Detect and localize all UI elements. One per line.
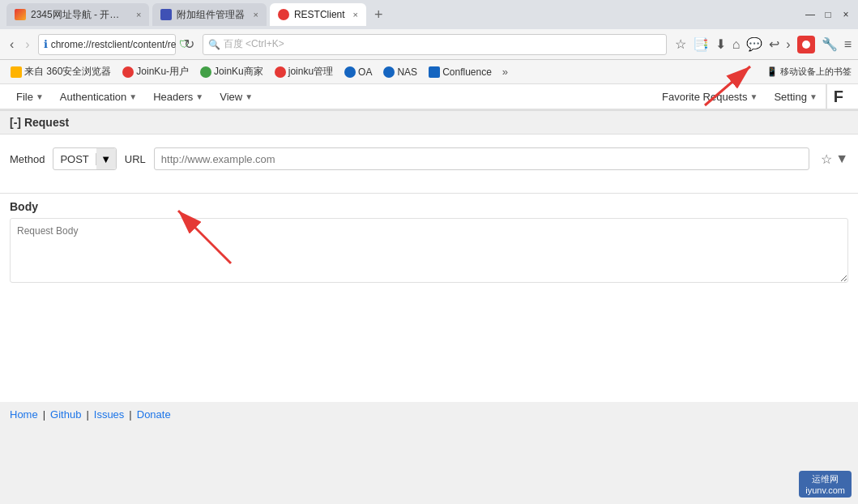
maximize-button[interactable]: □ (822, 9, 834, 20)
home-nav-icon[interactable]: ⌂ (732, 37, 741, 52)
menu-view-arrow: ▼ (245, 92, 253, 101)
speech-icon[interactable]: 💬 (746, 36, 762, 52)
tab-restclient-close[interactable]: × (353, 10, 358, 19)
mobile-bookmarks-label: 移动设备上的书签 (780, 66, 852, 78)
title-bar: 2345网址导航 - 开创中... × 附加组件管理器 × RESTClient… (0, 0, 858, 29)
url-input[interactable] (154, 147, 809, 170)
download-icon[interactable]: ⬇ (715, 36, 726, 52)
bookmark-confluence[interactable]: Confluence (425, 65, 496, 79)
new-tab-button[interactable]: + (369, 6, 388, 23)
body-label: Body (10, 194, 848, 218)
menu-favorite-requests-label: Favorite Requests (662, 91, 748, 103)
back-arrow-icon[interactable]: ↩ (769, 36, 779, 52)
bookmark-360[interactable]: 来自 360安全浏览器 (6, 63, 115, 80)
info-icon: ℹ (44, 38, 48, 50)
bookmark-joinku-merchant[interactable]: JoinKu商家 (196, 63, 267, 80)
footer-home-link[interactable]: Home (10, 408, 38, 421)
bookmark-joinku-admin[interactable]: joinku管理 (271, 63, 337, 80)
url-box[interactable]: ℹ chrome://restclient/content/re 🛡 (38, 34, 176, 55)
mobile-bookmark-icon: 📱 (766, 66, 778, 77)
app-menu: File ▼ Authentication ▼ Headers ▼ View ▼… (0, 84, 858, 110)
watermark: 运维网 iyunv.com (799, 471, 852, 498)
footer-issues-link[interactable]: Issues (94, 408, 125, 421)
address-bar: ‹ › ℹ chrome://restclient/content/re 🛡 ↻… (0, 29, 858, 60)
menu-file-arrow: ▼ (36, 92, 44, 101)
menu-authentication-arrow: ▼ (129, 92, 137, 101)
request-section-header: [-] Request (0, 110, 858, 135)
fa-label: F (826, 83, 850, 109)
more-icon[interactable]: › (786, 37, 790, 52)
search-placeholder: 百度 <Ctrl+K> (224, 37, 284, 51)
menu-setting-label: Setting (774, 91, 806, 103)
tab-2345-title: 2345网址导航 - 开创中... (31, 8, 128, 22)
bookmark-icon[interactable]: 📑 (693, 36, 709, 52)
tab-addon-title: 附加组件管理器 (177, 8, 245, 22)
minimize-button[interactable]: — (805, 9, 816, 20)
bookmark-confluence-label: Confluence (442, 66, 492, 78)
menu-favorite-requests[interactable]: Favorite Requests ▼ (654, 91, 766, 103)
tab-restclient[interactable]: RESTClient × (270, 3, 366, 26)
menu-headers[interactable]: Headers ▼ (145, 84, 211, 109)
footer: Home | Github | Issues | Donate (0, 402, 858, 427)
bookmark-oa[interactable]: OA (340, 65, 376, 79)
bookmark-nas-label: NAS (397, 66, 417, 78)
refresh-button[interactable]: ↻ (181, 35, 198, 53)
tab-addon-icon (160, 9, 172, 20)
method-select[interactable]: POST ▼ (53, 147, 116, 170)
method-label: Method (10, 153, 45, 165)
bookmark-oa-icon (344, 66, 356, 78)
tab-2345-icon (15, 9, 26, 20)
menu-icon[interactable]: ≡ (844, 37, 852, 52)
window-controls: — □ × (805, 9, 852, 20)
url-dropdown-button[interactable]: ▼ (835, 152, 848, 166)
extension-icon[interactable]: 🔧 (822, 36, 838, 52)
menu-headers-arrow: ▼ (195, 92, 203, 101)
star-icon[interactable]: ☆ (675, 36, 686, 52)
bookmark-confluence-icon (429, 66, 440, 78)
bookmark-nas-icon (383, 66, 395, 78)
footer-sep-2: | (86, 408, 88, 421)
content-area: [-] Request Method POST ▼ URL ☆ ▼ Body (0, 110, 858, 402)
method-dropdown-button[interactable]: ▼ (96, 148, 116, 169)
footer-sep-3: | (129, 408, 131, 421)
menu-file[interactable]: File ▼ (8, 84, 52, 109)
search-box[interactable]: 🔍 百度 <Ctrl+K> (203, 34, 667, 55)
watermark-line2: iyunv.com (805, 485, 845, 495)
footer-github-link[interactable]: Github (50, 408, 81, 421)
bookmarks-bar: 来自 360安全浏览器 JoinKu-用户 JoinKu商家 joinku管理 … (0, 60, 858, 84)
bookmark-joinku-user[interactable]: JoinKu-用户 (118, 63, 193, 80)
bookmark-joinku-merchant-icon (200, 66, 211, 78)
address-bar-icons: ☆ 📑 ⬇ ⌂ 💬 ↩ › 🔧 ≡ (675, 36, 852, 53)
back-button[interactable]: ‹ (6, 36, 17, 53)
menu-authentication[interactable]: Authentication ▼ (52, 84, 145, 109)
tab-addon[interactable]: 附加组件管理器 × (152, 3, 266, 26)
footer-donate-link[interactable]: Donate (137, 408, 171, 421)
request-section: Method POST ▼ URL ☆ ▼ (0, 135, 858, 193)
menu-file-label: File (16, 91, 33, 103)
bookmarks-more[interactable]: » (499, 66, 511, 78)
record-inner (802, 41, 810, 49)
body-textarea[interactable] (10, 218, 848, 283)
record-button[interactable] (797, 36, 815, 53)
url-star-button[interactable]: ☆ (821, 152, 832, 167)
method-row: Method POST ▼ URL ☆ ▼ (10, 147, 848, 170)
bookmark-360-label: 来自 360安全浏览器 (24, 65, 111, 79)
forward-button[interactable]: › (22, 36, 32, 53)
method-value: POST (53, 153, 96, 165)
tab-2345[interactable]: 2345网址导航 - 开创中... × (6, 3, 149, 26)
close-window-button[interactable]: × (840, 9, 852, 20)
body-section: Body (0, 193, 858, 295)
menu-setting[interactable]: Setting ▼ (766, 91, 825, 103)
bookmark-joinku-user-label: JoinKu-用户 (136, 65, 189, 79)
mobile-bookmarks[interactable]: 📱 移动设备上的书签 (766, 66, 852, 78)
tab-addon-close[interactable]: × (253, 10, 258, 19)
bookmark-nas[interactable]: NAS (379, 65, 421, 79)
menu-view[interactable]: View ▼ (211, 84, 261, 109)
menu-view-label: View (220, 91, 242, 103)
menu-right: Favorite Requests ▼ Setting ▼ F (654, 83, 850, 109)
url-text: chrome://restclient/content/re (51, 39, 177, 50)
url-actions: ☆ ▼ (821, 152, 848, 167)
footer-sep-1: | (43, 408, 45, 421)
tab-2345-close[interactable]: × (136, 10, 141, 19)
bookmark-oa-label: OA (358, 66, 372, 78)
